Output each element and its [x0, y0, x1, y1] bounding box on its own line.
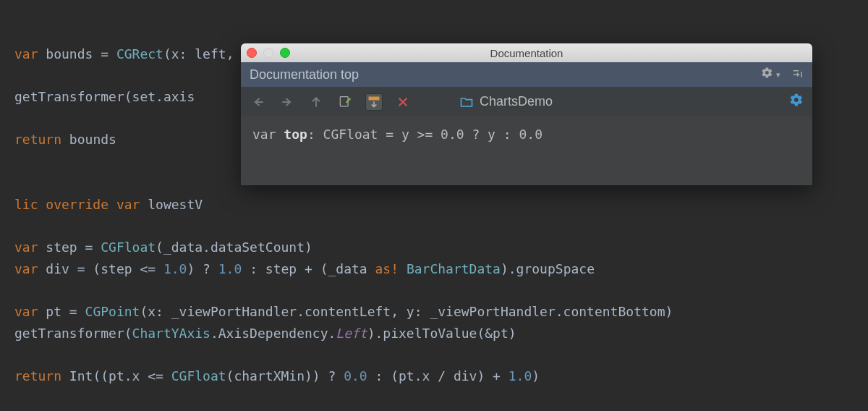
- code-line: getTransformer(ChartYAxis.AxisDependency…: [14, 326, 516, 341]
- documentation-content: var top: CGFloat = y >= 0.0 ? y : 0.0: [241, 116, 812, 185]
- settings-gear-icon[interactable]: [789, 93, 804, 111]
- folder-icon: [459, 95, 474, 109]
- documentation-header: Documentation top ▾: [241, 62, 812, 87]
- minimize-window-button[interactable]: [263, 48, 273, 58]
- code-line: var pt = CGPoint(x: _viewPortHandler.con…: [14, 304, 673, 319]
- window-title: Documentation: [241, 47, 812, 59]
- dock-icon[interactable]: [791, 68, 804, 81]
- forward-arrow-icon[interactable]: [278, 93, 296, 111]
- chevron-down-icon[interactable]: ▾: [776, 70, 780, 80]
- code-line: return bounds: [14, 132, 116, 147]
- zoom-window-button[interactable]: [280, 48, 290, 58]
- documentation-popup: Documentation Documentation top ▾: [241, 43, 812, 185]
- back-arrow-icon[interactable]: [250, 93, 267, 111]
- auto-scroll-icon[interactable]: [365, 93, 383, 111]
- code-line: lic override var lowestV: [14, 197, 203, 212]
- documentation-header-title: Documentation top: [250, 67, 359, 82]
- close-window-button[interactable]: [247, 48, 257, 58]
- code-line: var step = CGFloat(_data.dataSetCount): [14, 240, 312, 255]
- window-titlebar[interactable]: Documentation: [241, 43, 812, 62]
- documentation-toolbar: ChartsDemo: [241, 87, 812, 116]
- traffic-lights: [247, 48, 290, 58]
- svg-rect-1: [369, 96, 380, 100]
- code-line: getTransformer(set.axis: [14, 89, 195, 104]
- breadcrumb[interactable]: ChartsDemo: [459, 94, 553, 109]
- code-line: var div = (step <= 1.0) ? 1.0 : step + (…: [14, 261, 595, 276]
- close-icon[interactable]: [394, 93, 412, 111]
- gear-icon[interactable]: [761, 67, 773, 82]
- breadcrumb-label: ChartsDemo: [480, 94, 553, 109]
- code-line: return Int((pt.x <= CGFloat(chartXMin)) …: [14, 368, 540, 384]
- edit-source-icon[interactable]: [336, 93, 354, 111]
- up-arrow-icon[interactable]: [307, 93, 325, 111]
